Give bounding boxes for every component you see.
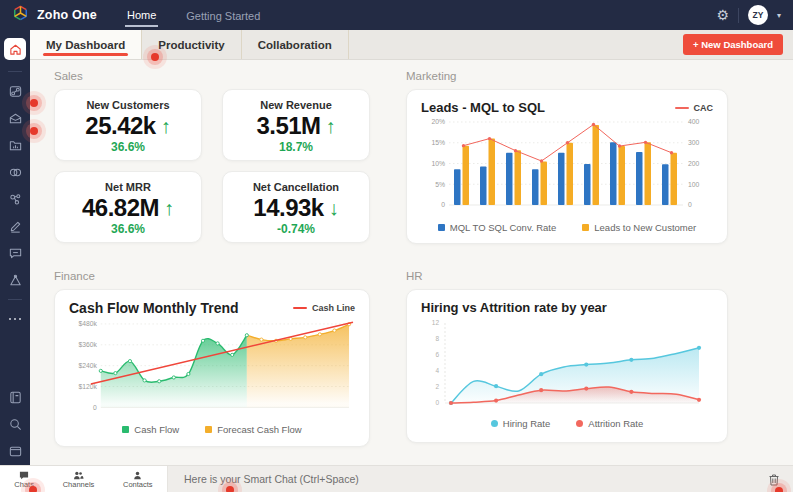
nav-getting-started[interactable]: Getting Started xyxy=(184,4,262,26)
tab-collaboration[interactable]: Collaboration xyxy=(242,30,349,59)
section-label-hr: HR xyxy=(406,270,728,282)
kpi-value: 25.42k xyxy=(85,112,155,140)
svg-text:$120k: $120k xyxy=(78,383,97,390)
notebook-icon[interactable] xyxy=(7,389,23,405)
legend-cac: CAC xyxy=(675,103,714,113)
sidebar-home-button[interactable] xyxy=(4,38,26,60)
sidebar-divider xyxy=(8,71,22,72)
chats-icon xyxy=(19,471,29,480)
svg-text:100: 100 xyxy=(688,181,700,188)
svg-text:4: 4 xyxy=(435,367,439,374)
svg-text:0: 0 xyxy=(93,404,97,411)
cash-line-swatch xyxy=(293,307,307,309)
contacts-icon xyxy=(133,471,142,480)
top-bar: Zoho One Home Getting Started ⚙ ZY ▾ xyxy=(0,0,793,30)
svg-text:12: 12 xyxy=(432,319,440,326)
section-label-marketing: Marketing xyxy=(406,70,728,82)
svg-text:2: 2 xyxy=(435,383,439,390)
section-label-finance: Finance xyxy=(54,270,370,282)
hiring-attrition-chart: 1286420 xyxy=(421,315,713,417)
smart-chat-bar: Chats Channels Contacts Here is your Sma… xyxy=(0,465,793,492)
kpi-card-new-revenue: New Revenue 3.51M ↑ 18.7% xyxy=(222,89,370,161)
kpi-title: Net Cancellation xyxy=(229,181,363,193)
flows-icon[interactable] xyxy=(7,83,23,99)
tab-my-dashboard[interactable]: My Dashboard xyxy=(30,30,142,59)
svg-text:300: 300 xyxy=(688,139,700,146)
section-finance: Finance Cash Flow Monthly Trend Cash Lin… xyxy=(54,270,370,447)
kpi-card-new-customers: New Customers 25.42k ↑ 36.6% xyxy=(54,89,202,161)
browser-window-icon[interactable] xyxy=(7,443,23,459)
kpi-percent: -0.74% xyxy=(229,222,363,236)
chart-title: Cash Flow Monthly Trend xyxy=(69,300,239,316)
new-dashboard-button[interactable]: + New Dashboard xyxy=(683,34,783,55)
analytics-icon[interactable] xyxy=(7,272,23,288)
left-sidebar xyxy=(0,30,30,465)
svg-text:$360k: $360k xyxy=(78,341,97,348)
topbar-divider xyxy=(738,8,739,23)
avatar-chevron-down-icon[interactable]: ▾ xyxy=(777,11,781,20)
finance-chart-card: Cash Flow Monthly Trend Cash Line $480k$… xyxy=(54,289,370,447)
channels-icon xyxy=(73,471,84,480)
bottom-tab-contacts[interactable]: Contacts xyxy=(123,469,153,489)
hr-legend: Hiring Rate Attrition Rate xyxy=(421,418,713,429)
links-icon[interactable] xyxy=(7,164,23,180)
pulse-indicator-smart-chat xyxy=(226,486,234,492)
top-nav: Home Getting Started xyxy=(125,0,262,30)
kpi-title: New Customers xyxy=(61,99,195,111)
svg-text:$480k: $480k xyxy=(78,320,97,327)
nav-home[interactable]: Home xyxy=(125,3,158,27)
chart-title: Leads - MQL to SQL xyxy=(421,100,545,115)
kpi-title: Net MRR xyxy=(61,181,195,193)
legend-cash-line: Cash Line xyxy=(293,303,355,313)
svg-text:6: 6 xyxy=(435,351,439,358)
pulse-indicator-trash xyxy=(775,487,783,492)
settings-gear-icon[interactable]: ⚙ xyxy=(716,8,729,22)
kpi-card-net-mrr: Net MRR 46.82M ↑ 36.6% xyxy=(54,171,202,243)
user-avatar[interactable]: ZY xyxy=(748,5,768,25)
svg-text:10%: 10% xyxy=(431,160,445,167)
kpi-percent: 18.7% xyxy=(229,140,363,154)
svg-text:0: 0 xyxy=(688,201,692,208)
kpi-percent: 36.6% xyxy=(61,140,195,154)
cac-line-swatch xyxy=(675,107,689,109)
marketing-chart-card: Leads - MQL to SQL CAC 20%15%10%5%040030… xyxy=(406,89,728,244)
section-marketing: Marketing Leads - MQL to SQL CAC 20%15%1… xyxy=(406,70,728,244)
more-icon[interactable] xyxy=(7,311,23,327)
trend-up-arrow-icon: ↑ xyxy=(326,116,336,136)
chart-title: Hiring vs Attrition rate by year xyxy=(421,300,607,315)
marketing-legend: MQL TO SQL Conv. Rate Leads to New Custo… xyxy=(421,222,713,233)
kpi-card-net-cancellation: Net Cancellation 14.93k ↓ -0.74% xyxy=(222,171,370,243)
pulse-indicator-mail xyxy=(30,127,38,135)
svg-text:$240k: $240k xyxy=(78,362,97,369)
reports-icon[interactable] xyxy=(7,137,23,153)
kpi-value: 46.82M xyxy=(82,194,159,222)
network-share-icon[interactable] xyxy=(7,191,23,207)
pulse-indicator-flows xyxy=(30,99,38,107)
smart-chat-placeholder: Here is your Smart Chat (Ctrl+Space) xyxy=(184,473,359,485)
cash-flow-chart: $480k$360k$240k$120k0 xyxy=(69,316,355,423)
svg-text:200: 200 xyxy=(688,160,700,167)
leads-mql-sql-chart: 20%15%10%5%04003002001000 xyxy=(421,115,713,221)
pulse-indicator-chats xyxy=(29,486,37,492)
svg-text:0: 0 xyxy=(441,201,445,208)
chat-icon[interactable] xyxy=(7,245,23,261)
section-label-sales: Sales xyxy=(54,70,370,82)
kpi-percent: 36.6% xyxy=(61,222,195,236)
svg-text:400: 400 xyxy=(688,118,700,125)
app-title: Zoho One xyxy=(37,8,97,22)
dashboard-tab-bar: My Dashboard Productivity Collaboration … xyxy=(30,30,793,60)
svg-text:8: 8 xyxy=(435,335,439,342)
finance-legend: Cash Flow Forecast Cash Flow xyxy=(69,424,355,435)
section-hr: HR Hiring vs Attrition rate by year 1286… xyxy=(406,270,728,447)
kpi-title: New Revenue xyxy=(229,99,363,111)
smart-chat-input[interactable]: Here is your Smart Chat (Ctrl+Space) xyxy=(168,466,768,492)
search-icon[interactable] xyxy=(7,416,23,432)
hr-chart-card: Hiring vs Attrition rate by year 1286420… xyxy=(406,289,728,443)
trend-down-arrow-icon: ↓ xyxy=(329,198,339,218)
section-sales: Sales New Customers 25.42k ↑ 36.6% New R… xyxy=(54,70,370,244)
sidebar-divider xyxy=(8,299,22,300)
svg-text:0: 0 xyxy=(435,399,439,406)
mail-icon[interactable] xyxy=(7,110,23,126)
bottom-tab-channels[interactable]: Channels xyxy=(63,469,95,489)
signature-icon[interactable] xyxy=(7,218,23,234)
